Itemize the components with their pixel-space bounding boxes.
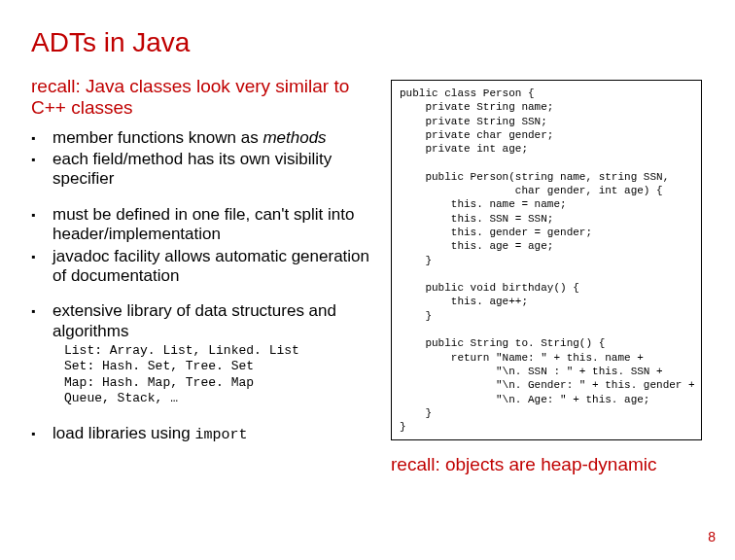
bullet-marker: ▪ [31,301,52,341]
page-number: 8 [708,529,716,544]
bullet-group-c: ▪ extensive library of data structures a… [31,301,371,406]
bullet-marker: ▪ [31,424,52,444]
bullet-item: ▪ javadoc facility allows automatic gene… [31,247,371,287]
bullet-group-a: ▪ member functions known as methods ▪ ea… [31,128,371,190]
bullet-marker: ▪ [31,128,52,148]
bullet-group-d: ▪ load libraries using import [31,424,371,444]
bullet-item: ▪ load libraries using import [31,424,371,444]
bullet-marker: ▪ [31,205,52,245]
intro-text: recall: Java classes look very similar t… [31,76,371,119]
bullet-group-b: ▪ must be defined in one file, can't spl… [31,205,371,287]
bullet-text: each field/method has its own visibility… [52,150,371,190]
code-sample: public class Person { private String nam… [391,80,702,440]
bullet-text: extensive library of data structures and… [52,301,371,341]
bullet-marker: ▪ [31,247,52,287]
bullet-text: must be defined in one file, can't split… [52,205,371,245]
recall-note: recall: objects are heap-dynamic [391,454,702,475]
right-column: public class Person { private String nam… [391,76,702,475]
bullet-text: javadoc facility allows automatic genera… [52,247,371,287]
bullet-text: load libraries using import [52,424,371,444]
bullet-marker: ▪ [31,150,52,190]
sub-list-mono: List: Array. List, Linked. List Set: Has… [64,343,371,406]
left-column: recall: Java classes look very similar t… [31,76,371,475]
content-area: recall: Java classes look very similar t… [31,76,704,475]
bullet-text: member functions known as methods [52,128,371,148]
bullet-item: ▪ member functions known as methods [31,128,371,148]
bullet-item: ▪ extensive library of data structures a… [31,301,371,341]
bullet-item: ▪ each field/method has its own visibili… [31,150,371,190]
slide-title: ADTs in Java [31,27,704,58]
bullet-item: ▪ must be defined in one file, can't spl… [31,205,371,245]
